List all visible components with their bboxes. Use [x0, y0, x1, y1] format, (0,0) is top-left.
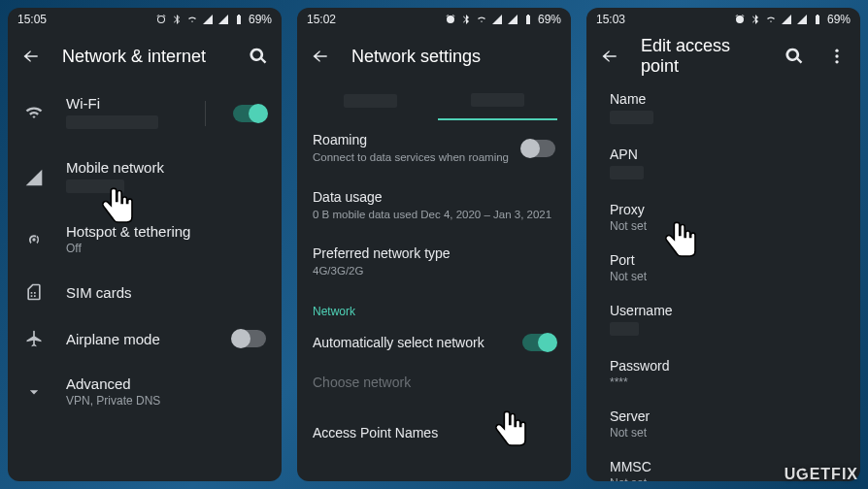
row-data-usage[interactable]: Data usage 0 B mobile data used Dec 4, 2… — [297, 178, 571, 235]
signal-icon-2 — [507, 14, 518, 25]
alarm-icon — [155, 14, 167, 25]
screen-network-settings: 15:02 69% Network settings Roaming Conne… — [297, 8, 571, 481]
search-button[interactable] — [247, 45, 270, 68]
wifi-icon — [476, 14, 487, 25]
divider — [205, 101, 206, 126]
field-server[interactable]: Server Not set — [586, 399, 860, 449]
field-proxy[interactable]: Proxy Not set — [586, 192, 860, 243]
row-title: Automatically select network — [313, 335, 522, 350]
row-title: Roaming — [313, 132, 522, 147]
settings-list: Wi-Fi Mobile network Hotspot & tethering… — [8, 82, 282, 433]
screen-edit-apn: 15:03 69% Edit access point Name APN Pro… — [586, 8, 860, 481]
screen-network-internet: 15:05 69% Network & internet Wi-Fi — [8, 8, 282, 481]
svg-point-0 — [835, 49, 838, 52]
row-title: Access Point Names — [313, 425, 555, 440]
row-mobile-network[interactable]: Mobile network — [8, 146, 282, 210]
row-subtitle: 4G/3G/2G — [313, 264, 555, 279]
back-button[interactable] — [19, 45, 43, 68]
field-label: Name — [610, 91, 837, 107]
row-access-point-names[interactable]: Access Point Names — [297, 402, 571, 452]
back-button[interactable] — [598, 45, 621, 68]
auto-network-toggle[interactable] — [522, 334, 555, 351]
field-value: Not set — [610, 426, 837, 440]
field-apn[interactable]: APN — [586, 137, 860, 192]
redacted-value — [610, 322, 639, 336]
bluetooth-icon — [750, 14, 761, 25]
bluetooth-icon — [171, 14, 183, 25]
sim-icon — [23, 282, 45, 302]
status-bar: 15:03 69% — [586, 8, 860, 31]
roaming-toggle[interactable] — [522, 140, 555, 157]
row-roaming[interactable]: Roaming Connect to data services when ro… — [297, 120, 571, 178]
battery-icon — [812, 14, 823, 25]
row-title: Hotspot & tethering — [66, 223, 266, 240]
alarm-icon — [734, 14, 746, 25]
svg-point-2 — [835, 60, 838, 63]
back-button[interactable] — [309, 45, 332, 68]
status-icons: 69% — [734, 13, 851, 26]
watermark: UGETFIX — [785, 466, 858, 483]
field-label: Username — [610, 303, 837, 318]
field-value: Not set — [610, 219, 837, 233]
redacted-value — [66, 115, 158, 129]
field-label: APN — [610, 147, 837, 162]
row-airplane-mode[interactable]: Airplane mode — [8, 315, 282, 362]
row-subtitle: Connect to data services when roaming — [313, 150, 522, 166]
wifi-icon — [765, 14, 777, 25]
status-icons: 69% — [445, 13, 561, 26]
redacted-value — [610, 111, 653, 124]
settings-list: Roaming Connect to data services when ro… — [297, 120, 571, 464]
row-hotspot[interactable]: Hotspot & tethering Off — [8, 210, 282, 269]
status-time: 15:02 — [307, 13, 336, 26]
sim-tab-1[interactable] — [311, 82, 430, 120]
row-title: Airplane mode — [66, 331, 212, 347]
redacted-value — [66, 179, 124, 193]
field-label: Server — [610, 408, 837, 424]
row-preferred-network[interactable]: Preferred network type 4G/3G/2G — [297, 234, 571, 291]
battery-icon — [233, 14, 245, 25]
row-wifi[interactable]: Wi-Fi — [8, 82, 282, 146]
field-label: Port — [610, 252, 837, 268]
battery-percent: 69% — [249, 13, 272, 26]
wifi-toggle[interactable] — [233, 105, 266, 122]
apn-form: Name APN Proxy Not set Port Not set User… — [586, 82, 860, 481]
field-label: Password — [610, 358, 837, 374]
battery-percent: 69% — [827, 13, 851, 26]
signal-icon-2 — [217, 14, 229, 25]
more-button[interactable] — [825, 45, 849, 68]
battery-percent: 69% — [538, 13, 561, 26]
field-label: Proxy — [610, 202, 837, 217]
signal-icon — [781, 14, 792, 25]
battery-icon — [522, 14, 534, 25]
sim-tab-2[interactable] — [438, 82, 557, 120]
app-bar: Edit access point — [586, 31, 860, 82]
row-choose-network: Choose network — [297, 363, 571, 402]
row-title: Wi-Fi — [66, 95, 184, 112]
signal-icon — [23, 168, 45, 187]
row-title: Choose network — [313, 375, 555, 390]
wifi-icon — [186, 14, 198, 25]
app-bar: Network settings — [297, 31, 571, 82]
svg-point-1 — [835, 54, 838, 57]
field-name[interactable]: Name — [586, 82, 860, 137]
field-port[interactable]: Port Not set — [586, 243, 860, 293]
chevron-down-icon — [23, 382, 45, 402]
row-advanced[interactable]: Advanced VPN, Private DNS — [8, 362, 282, 421]
row-auto-select-network[interactable]: Automatically select network — [297, 322, 571, 363]
search-button[interactable] — [783, 45, 806, 68]
row-title: SIM cards — [66, 284, 266, 301]
airplane-toggle[interactable] — [233, 330, 266, 347]
row-title: Mobile network — [66, 159, 266, 176]
redacted-value — [471, 93, 524, 107]
wifi-icon — [23, 104, 45, 123]
redacted-value — [610, 166, 644, 179]
field-username[interactable]: Username — [586, 293, 860, 348]
row-title: Advanced — [66, 375, 266, 392]
row-subtitle: Off — [66, 242, 266, 255]
status-bar: 15:02 69% — [297, 8, 571, 31]
page-title: Network settings — [351, 47, 559, 67]
status-bar: 15:05 69% — [8, 8, 282, 31]
row-subtitle: 0 B mobile data used Dec 4, 2020 – Jan 3… — [313, 208, 555, 223]
field-password[interactable]: Password **** — [586, 348, 860, 399]
row-sim-cards[interactable]: SIM cards — [8, 269, 282, 315]
